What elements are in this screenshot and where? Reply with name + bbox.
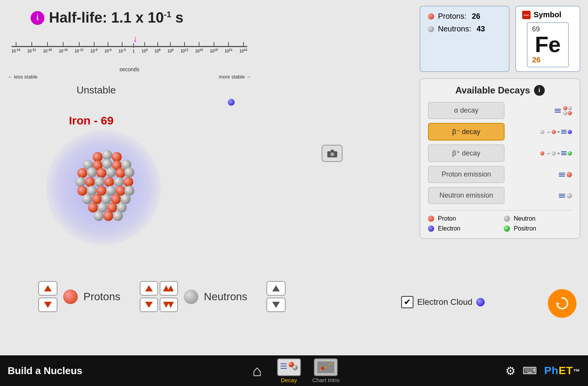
neutrons-value: 43 [477,25,485,33]
svg-point-9 [87,167,97,177]
protons-label: Protons [83,291,121,303]
timeline-ticks: 10-24 10-21 10-18 10-15 10-12 10-9 10-6 … [11,42,247,53]
camera-button[interactable] [322,145,343,162]
stability-label: Unstable [77,84,116,96]
symbol-header: — Symbol [522,10,573,19]
halflife-section: i Half-life: 1.1 x 10-1 s [31,10,183,26]
protons-stepper-group: Protons [38,281,121,312]
app-title: Build a Nucleus [8,365,151,377]
decay-tab[interactable]: Decay [277,358,301,383]
right-panel: Protons: 26 Neutrons: 43 — Symbol 69 Fe [420,6,580,239]
settings-button[interactable]: ⚙ [505,364,516,378]
svg-marker-45 [168,285,174,291]
protons-increment[interactable] [38,281,57,296]
nucleus-label: Iron - 69 [69,114,114,127]
decays-info-icon[interactable]: i [534,85,545,96]
floating-electron [228,99,235,106]
neutrons-label: Neutrons: [438,25,471,33]
legend-neutron-dot [504,216,510,222]
info-icon[interactable]: i [31,11,44,25]
beta-plus-decay-button[interactable]: β⁺ decay [428,144,505,162]
electron-cloud-label: Electron Cloud [417,297,472,307]
svg-point-37 [113,211,123,221]
svg-point-26 [82,194,92,204]
svg-point-16 [95,177,105,187]
alpha-decay-button[interactable]: α decay [428,102,505,119]
svg-point-61 [326,364,329,367]
svg-point-18 [114,177,124,187]
svg-point-14 [75,177,85,187]
svg-point-24 [116,186,126,196]
stability-labels: ← less stable more stable → [8,74,251,80]
beta-minus-decay-button[interactable]: β⁻ decay [428,123,505,141]
protons-value: 26 [472,12,480,21]
svg-point-10 [96,168,106,178]
main-area: i Half-life: 1.1 x 10-1 s ↓ 10-24 10-21 … [0,0,588,337]
proton-emission-diagram [559,172,572,177]
neutrons-double-stepper [140,281,178,312]
neutrons-row: Neutrons: 43 [428,25,501,33]
legend-electron: Electron [428,225,496,232]
beta-plus-diagram: → + [540,150,572,156]
neutrons-increment-row [140,281,178,296]
less-stable-label: ← less stable [8,74,38,80]
svg-point-31 [88,203,98,213]
chart-intro-tab[interactable]: Chart Intro [312,358,340,383]
svg-point-22 [96,186,106,196]
legend-positron-dot [504,226,510,232]
legend-positron: Positron [504,225,572,232]
beta-minus-diagram: → + [540,129,572,135]
decay-tab-label: Decay [281,377,297,383]
neutrons-right-increment[interactable] [266,281,286,296]
proton-visual [63,290,78,304]
protons-decrement[interactable] [38,298,57,312]
decays-title: Available Decays i [428,85,572,96]
svg-point-8 [77,168,87,178]
neutron-emission-button[interactable]: Neutron emission [428,187,505,204]
svg-point-1 [102,150,112,160]
svg-point-39 [330,152,334,156]
legend-neutron-label: Neutron [514,215,536,222]
legend-proton-dot [428,216,434,222]
taskbar-nav: ⌂ Decay [151,358,437,383]
keyboard-button[interactable]: ⌨ [523,365,537,377]
electron-cloud-dot [476,298,485,306]
neutrons-increment-single[interactable] [140,281,158,296]
svg-point-60 [321,367,324,370]
chart-intro-tab-label: Chart Intro [312,377,340,383]
phet-logo: PhET™ [544,365,580,377]
neutrons-decrement-single[interactable] [140,298,158,312]
svg-point-20 [77,186,87,196]
svg-point-23 [106,186,116,196]
symbol-red-icon: — [522,11,531,19]
halflife-display: Half-life: 1.1 x 10-1 s [49,10,183,26]
svg-marker-43 [145,285,153,291]
alpha-decay-diagram [555,106,572,115]
protons-stepper [38,281,57,312]
svg-point-57 [292,365,298,370]
neutrons-increment-double[interactable] [160,281,178,296]
legend-positron-label: Positron [514,225,536,232]
protons-row: Protons: 26 [428,12,501,21]
home-button[interactable]: ⌂ [248,361,265,381]
svg-point-11 [106,167,116,177]
neutrons-decrement-double[interactable] [160,298,178,312]
element-atomic-number: 26 [532,56,564,64]
svg-point-15 [85,177,95,187]
halflife-value: 1.1 x 10-1 s [111,10,184,26]
neutrons-label: Neutrons [204,291,248,303]
decays-legend: Proton Neutron Electron Positron [428,210,572,232]
svg-point-19 [123,177,133,187]
nucleus-svg [61,146,145,230]
symbol-header-label: Symbol [534,10,561,19]
svg-marker-42 [44,302,52,308]
svg-point-21 [87,186,97,196]
neutrons-right-decrement[interactable] [266,298,286,312]
electron-cloud-checkbox[interactable]: ✔ [401,296,413,308]
chart-intro-tab-icon [314,358,338,376]
proton-emission-button[interactable]: Proton emission [428,166,505,183]
svg-point-36 [103,211,113,221]
neutrons-decrement-row [140,298,178,312]
reset-button[interactable] [548,289,577,318]
neutron-visual [184,290,198,304]
